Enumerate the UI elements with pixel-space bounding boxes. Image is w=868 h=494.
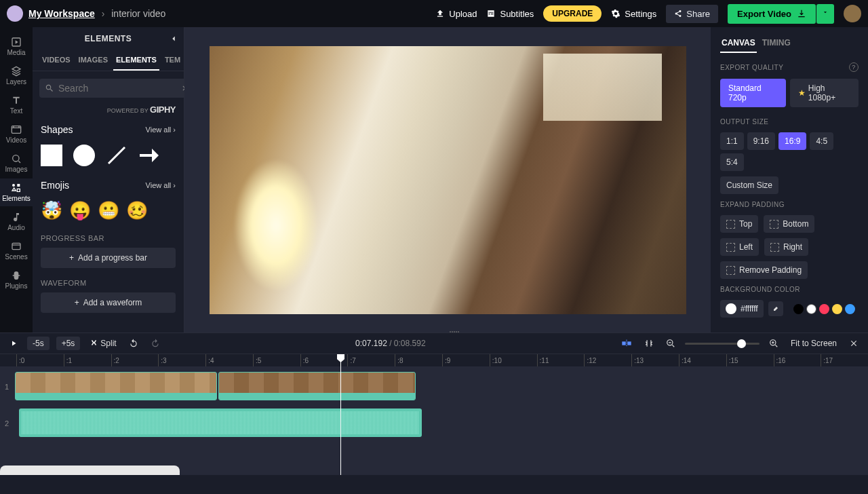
video-preview[interactable] (210, 46, 686, 314)
search-box[interactable] (39, 79, 195, 98)
arrow-shape[interactable] (138, 145, 160, 166)
pad-right[interactable]: Right (764, 238, 808, 256)
search-icon (45, 83, 54, 93)
split-button[interactable]: Split (87, 337, 119, 349)
export-dropdown[interactable] (816, 4, 834, 24)
rail-plugins[interactable]: Plugins (0, 266, 33, 294)
project-name[interactable]: interior video (111, 8, 165, 19)
panel-title: ELEMENTS (85, 34, 132, 43)
upgrade-button[interactable]: UPGRADE (543, 5, 601, 22)
color-white[interactable] (806, 304, 816, 314)
trim-icon[interactable] (642, 337, 656, 349)
tab-videos[interactable]: VIDEOS (39, 50, 73, 71)
rail-media[interactable]: Media (0, 33, 33, 60)
video-clip[interactable] (15, 372, 217, 400)
color-black[interactable] (793, 304, 804, 314)
zoom-in-icon[interactable] (766, 337, 781, 349)
color-yellow[interactable] (832, 304, 842, 314)
shapes-view-all[interactable]: View all › (146, 126, 176, 134)
square-shape[interactable] (41, 145, 62, 166)
color-red[interactable] (819, 304, 829, 314)
share-button[interactable]: Share (666, 5, 718, 23)
emoji-item[interactable]: 😬 (98, 200, 118, 221)
circle-shape[interactable] (73, 145, 95, 166)
pad-left[interactable]: Left (720, 238, 759, 256)
user-avatar[interactable] (844, 5, 861, 22)
time-display: 0:07.192 / 0:08.592 (355, 339, 425, 348)
zoom-slider[interactable] (685, 343, 760, 345)
settings-button[interactable]: Settings (611, 9, 656, 19)
rail-videos[interactable]: Videos (0, 120, 33, 148)
size-16-9[interactable]: 16:9 (778, 132, 806, 150)
rail-images[interactable]: Images (0, 149, 33, 177)
emoji-item[interactable]: 😛 (69, 200, 90, 221)
redo-button[interactable] (148, 337, 163, 349)
bg-color-input[interactable]: #ffffff (720, 300, 764, 318)
color-swatch (726, 303, 736, 314)
fwd-5s-button[interactable]: +5s (56, 337, 81, 350)
resize-handle-icon[interactable] (448, 331, 461, 333)
workspace-link[interactable]: My Workspace (28, 8, 95, 19)
rail-audio[interactable]: Audio (0, 208, 33, 235)
help-icon[interactable]: ? (849, 62, 859, 72)
timeline-toolbar: -5s +5s Split 0:07.192 / 0:08.592 Fit to… (0, 332, 868, 354)
export-button[interactable]: Export Video (728, 4, 816, 24)
add-waveform-button[interactable]: +Add a waveform (41, 292, 176, 313)
tab-timing[interactable]: TIMING (761, 34, 792, 53)
workspace-avatar[interactable] (7, 5, 23, 22)
back-5s-button[interactable]: -5s (27, 337, 50, 350)
top-bar: My Workspace › interior video Upload Sub… (0, 0, 868, 27)
left-rail: Media Layers Text Videos Images Elements… (0, 27, 33, 332)
expand-padding-label: EXPAND PADDING (720, 201, 859, 208)
bottom-drawer-tab[interactable] (0, 466, 180, 475)
size-1-1[interactable]: 1:1 (720, 132, 744, 150)
timeline-ruler[interactable]: :0:1:2:3:4:5:6:7:8:9:10:11:12:13:14:15:1… (0, 354, 868, 366)
close-timeline-icon[interactable] (846, 337, 861, 349)
add-progress-button[interactable]: +Add a progress bar (41, 248, 176, 268)
emoji-item[interactable]: 🥴 (126, 200, 146, 221)
rail-layers[interactable]: Layers (0, 62, 33, 90)
emoji-item[interactable]: 🤯 (41, 200, 61, 221)
size-9-16[interactable]: 9:16 (747, 132, 775, 150)
output-size-label: OUTPUT SIZE (720, 118, 859, 126)
snap-icon[interactable] (618, 337, 635, 349)
fit-screen-button[interactable]: Fit to Screen (788, 337, 840, 349)
undo-button[interactable] (126, 337, 141, 349)
star-icon: ★ (798, 88, 806, 98)
tab-canvas[interactable]: CANVAS (720, 34, 757, 53)
canvas-area[interactable] (184, 27, 711, 332)
rail-text[interactable]: Text (0, 91, 33, 119)
timeline-tracks[interactable]: 1 2 (0, 366, 868, 475)
emojis-view-all[interactable]: View all › (146, 181, 176, 189)
dotted-square-icon (770, 220, 778, 229)
track-number: 2 (0, 419, 14, 428)
track-number: 1 (0, 383, 14, 391)
quality-high[interactable]: ★High 1080p+ (790, 79, 859, 107)
tab-templates[interactable]: TEM (162, 50, 183, 71)
video-clip[interactable] (218, 372, 416, 400)
custom-size-button[interactable]: Custom Size (720, 176, 778, 194)
pad-remove[interactable]: Remove Padding (720, 261, 808, 279)
search-input[interactable] (58, 83, 177, 94)
collapse-panel-icon[interactable] (169, 34, 178, 43)
pad-top[interactable]: Top (720, 215, 758, 233)
playhead[interactable] (340, 354, 341, 475)
tab-elements[interactable]: ELEMENTS (113, 50, 159, 71)
upload-button[interactable]: Upload (435, 9, 477, 19)
rail-scenes[interactable]: Scenes (0, 237, 33, 265)
play-button[interactable] (7, 338, 20, 349)
eyedropper-button[interactable] (768, 301, 783, 316)
audio-clip[interactable] (19, 408, 422, 437)
pad-bottom[interactable]: Bottom (764, 215, 814, 233)
rail-elements[interactable]: Elements (0, 178, 33, 206)
zoom-out-icon[interactable] (663, 337, 678, 349)
emojis-title: Emojis (41, 180, 69, 191)
line-shape[interactable] (106, 145, 127, 166)
slider-thumb[interactable] (737, 339, 746, 348)
size-4-5[interactable]: 4:5 (810, 132, 833, 150)
quality-standard[interactable]: Standard 720p (720, 79, 786, 107)
color-blue[interactable] (845, 304, 855, 314)
size-5-4[interactable]: 5:4 (720, 153, 744, 171)
tab-images[interactable]: IMAGES (76, 50, 111, 71)
subtitles-button[interactable]: Subtitles (486, 9, 534, 19)
